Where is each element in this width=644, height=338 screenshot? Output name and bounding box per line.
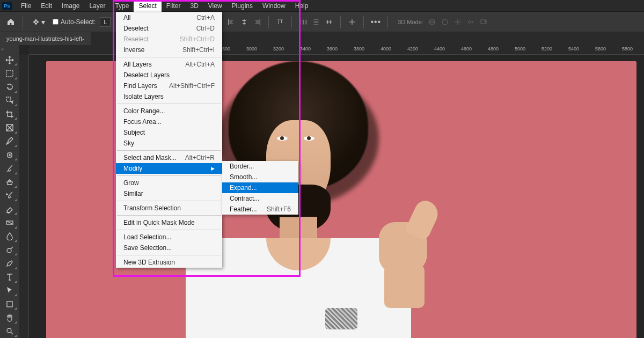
healing-brush-tool[interactable] <box>2 148 18 161</box>
eyedropper-tool[interactable] <box>2 135 18 148</box>
menu-item-focus-area[interactable]: Focus Area... <box>116 116 222 127</box>
eraser-tool[interactable] <box>2 202 18 216</box>
menu-separator <box>117 215 221 216</box>
menu-item-save-selection[interactable]: Save Selection... <box>116 243 222 253</box>
menu-item-load-selection[interactable]: Load Selection... <box>116 232 222 243</box>
gradient-tool[interactable] <box>2 216 18 229</box>
auto-select-checkbox[interactable]: Auto-Select: <box>53 18 96 26</box>
menu-item-select-and-mask[interactable]: Select and Mask...Alt+Ctrl+R <box>116 152 222 163</box>
blur-tool[interactable] <box>2 230 18 243</box>
brush-tool[interactable] <box>2 161 18 175</box>
menu-item-label: Deselect <box>123 25 149 32</box>
menu-item-deselect-layers[interactable]: Deselect Layers <box>116 70 222 80</box>
menu-item-label: All Layers <box>123 61 152 68</box>
menu-item-all-layers[interactable]: All LayersAlt+Ctrl+A <box>116 59 222 70</box>
svg-point-2 <box>442 19 448 25</box>
menu-item-label: Similar <box>123 190 143 197</box>
ruler-tick: 3000 <box>241 46 262 52</box>
menu-item-reselect: ReselectShift+Ctrl+D <box>116 34 222 45</box>
ruler-tick: 4000 <box>375 46 397 52</box>
menu-item-label: Save Selection... <box>123 244 172 252</box>
menu-item-all[interactable]: AllCtrl+A <box>116 12 222 23</box>
type-tool[interactable] <box>2 270 18 284</box>
menu-item-new-3d-extrusion[interactable]: New 3D Extrusion <box>116 257 222 268</box>
divider <box>340 16 341 28</box>
submenu-item-contract[interactable]: Contract... <box>222 193 298 204</box>
align-left-icon[interactable] <box>226 17 236 27</box>
menu-item-label: Select and Mask... <box>123 154 177 161</box>
menu-view[interactable]: View <box>203 0 227 12</box>
move-tool[interactable] <box>2 53 18 67</box>
menu-plugins[interactable]: Plugins <box>227 0 258 12</box>
roll-3d-icon[interactable] <box>441 18 449 26</box>
toolbar-expand-icon[interactable]: » <box>1 47 6 52</box>
menu-item-grow[interactable]: Grow <box>116 178 222 188</box>
dodge-tool[interactable] <box>2 243 18 256</box>
move-tool-icon[interactable]: ✥ ▾ <box>30 18 48 26</box>
home-icon[interactable] <box>5 17 16 27</box>
menu-item-label: All <box>123 14 130 21</box>
frame-tool[interactable] <box>2 121 18 134</box>
align-extra-icon[interactable] <box>347 17 357 27</box>
menu-3d[interactable]: 3D <box>185 0 203 12</box>
submenu-item-expand[interactable]: Expand... <box>222 182 298 193</box>
orbit-3d-icon[interactable] <box>428 18 436 26</box>
zoom-3d-icon[interactable] <box>479 18 488 26</box>
submenu-item-feather[interactable]: Feather...Shift+F6 <box>222 204 298 215</box>
distribute-h-icon[interactable] <box>298 17 308 27</box>
menu-layer[interactable]: Layer <box>84 0 110 12</box>
menu-item-label: Modify <box>123 165 142 172</box>
menu-item-transform-selection[interactable]: Transform Selection <box>116 203 222 214</box>
menu-item-color-range[interactable]: Color Range... <box>116 106 222 116</box>
menu-help[interactable]: Help <box>290 0 313 12</box>
menu-item-subject[interactable]: Subject <box>116 127 222 138</box>
slide-3d-icon[interactable] <box>466 18 475 26</box>
path-selection-tool[interactable] <box>2 284 18 297</box>
shape-tool[interactable] <box>2 297 18 311</box>
menu-item-label: Deselect Layers <box>123 71 170 79</box>
menu-separator <box>117 104 221 104</box>
menu-item-find-layers[interactable]: Find LayersAlt+Shift+Ctrl+F <box>116 80 222 91</box>
align-right-icon[interactable] <box>252 17 262 27</box>
menu-item-sky[interactable]: Sky <box>116 138 222 149</box>
layer-target-dropdown[interactable]: L <box>100 17 111 27</box>
menu-image[interactable]: Image <box>57 0 84 12</box>
menu-type[interactable]: Type <box>110 0 134 12</box>
pan-3d-icon[interactable] <box>453 18 462 26</box>
zoom-tool[interactable] <box>2 325 18 338</box>
menu-file[interactable]: File <box>16 0 36 12</box>
tools-panel: » <box>0 45 19 338</box>
submenu-item-smooth[interactable]: Smooth... <box>222 172 298 182</box>
distribute-v-icon[interactable] <box>311 17 321 27</box>
menu-item-label: Smooth... <box>230 173 257 181</box>
menu-item-modify[interactable]: Modify▶ <box>116 163 222 174</box>
menu-item-deselect[interactable]: DeselectCtrl+D <box>116 23 222 34</box>
align-center-h-icon[interactable] <box>239 17 249 27</box>
crop-tool[interactable] <box>2 107 18 121</box>
menu-item-inverse[interactable]: InverseShift+Ctrl+I <box>116 45 222 55</box>
submenu-arrow-icon: ▶ <box>211 166 215 171</box>
distribute-center-icon[interactable] <box>324 17 334 27</box>
menu-item-edit-in-quick-mask-mode[interactable]: Edit in Quick Mask Mode <box>116 217 222 228</box>
clone-stamp-tool[interactable] <box>2 175 18 189</box>
svg-point-1 <box>429 21 435 23</box>
history-brush-tool[interactable] <box>2 189 18 202</box>
marquee-tool[interactable] <box>2 67 18 80</box>
menu-select[interactable]: Select <box>134 0 161 12</box>
document-tab[interactable]: young-man-illustrates-his-left- <box>0 32 91 45</box>
align-top-icon[interactable] <box>275 17 285 27</box>
select-menu-dropdown: AllCtrl+ADeselectCtrl+DReselectShift+Ctr… <box>116 12 222 268</box>
menu-item-similar[interactable]: Similar <box>116 188 222 199</box>
menu-filter[interactable]: Filter <box>162 0 186 12</box>
more-options-icon[interactable]: ••• <box>370 17 381 27</box>
hand-tool[interactable] <box>2 311 18 324</box>
menu-edit[interactable]: Edit <box>36 0 57 12</box>
menu-item-shortcut: Shift+Ctrl+D <box>180 35 215 43</box>
selection-tool[interactable] <box>2 94 18 107</box>
menu-window[interactable]: Window <box>258 0 290 12</box>
menu-item-isolate-layers[interactable]: Isolate Layers <box>116 91 222 102</box>
pen-tool[interactable] <box>2 256 18 270</box>
lasso-tool[interactable] <box>2 80 18 94</box>
submenu-item-border[interactable]: Border... <box>222 161 298 172</box>
svg-point-12 <box>7 328 11 333</box>
